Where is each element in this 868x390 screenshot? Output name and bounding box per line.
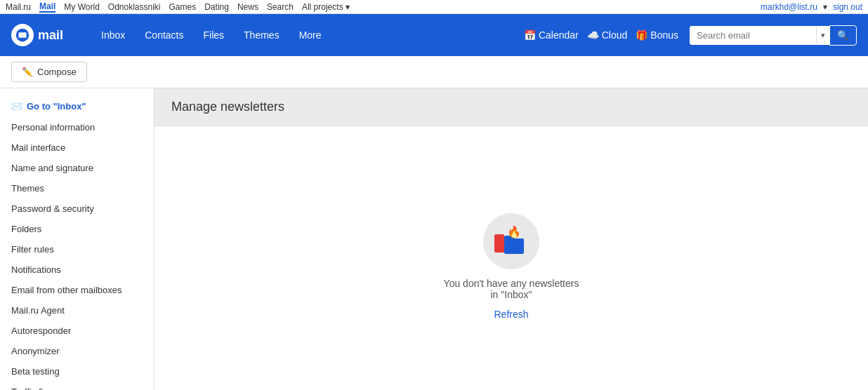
content: Manage newsletters 🔥	[154, 88, 868, 390]
sidebar-item-filterrules[interactable]: Filter rules	[0, 239, 154, 260]
topbar-user[interactable]: markhd@list.ru	[761, 2, 817, 12]
nav-calendar[interactable]: 📅 Calendar	[524, 29, 579, 41]
sidebar-item-betatesting[interactable]: Beta testing	[0, 361, 154, 382]
topbar-dating[interactable]: Dating	[204, 2, 229, 12]
logo-text: mail	[38, 28, 63, 43]
svg-rect-3	[504, 238, 524, 254]
topbar-odnoklassniki[interactable]: Odnoklassniki	[108, 2, 161, 12]
refresh-link[interactable]: Refresh	[494, 309, 528, 320]
search-input-wrapper: ▾	[690, 26, 829, 45]
sidebar-item-password[interactable]: Password & security	[0, 199, 154, 219]
compose-icon: ✏️	[22, 67, 33, 77]
inbox-icon: ✉️	[11, 101, 22, 112]
sidebar-item-autoresponder[interactable]: Autoresponder	[0, 321, 154, 341]
goto-inbox-label: Go to "Inbox"	[27, 101, 86, 112]
nav-inbox[interactable]: Inbox	[93, 25, 133, 45]
content-header: Manage newsletters	[154, 88, 868, 126]
nav-bonus[interactable]: 🎁 Bonus	[636, 29, 678, 41]
empty-state-icon: 🔥	[483, 213, 539, 269]
topbar-mail[interactable]: Mail	[39, 1, 55, 13]
sidebar-item-personal[interactable]: Personal information	[0, 117, 154, 137]
content-body: 🔥 You don't have any newsletters in "Inb…	[154, 126, 868, 390]
search-box: ▾ 🔍	[690, 25, 857, 46]
page-title: Manage newsletters	[171, 100, 851, 114]
calendar-label: Calendar	[539, 29, 579, 41]
sidebar-item-emailother[interactable]: Email from other mailboxes	[0, 280, 154, 300]
topbar-allprojects[interactable]: All projects ▾	[302, 2, 350, 12]
top-bar: Mail.ru Mail My World Odnoklassniki Game…	[0, 0, 868, 14]
compose-label: Compose	[37, 67, 77, 77]
sidebar-item-trafficfines[interactable]: Traffic fines	[0, 382, 154, 390]
topbar-games[interactable]: Games	[169, 2, 197, 12]
external-nav: 📅 Calendar ☁️ Cloud 🎁 Bonus	[524, 29, 678, 41]
logo-icon	[11, 24, 34, 46]
topbar-news[interactable]: News	[237, 2, 258, 12]
empty-text: You don't have any newsletters in "Inbox…	[444, 278, 579, 300]
main-wrapper: ✉️ Go to "Inbox" Personal information Ma…	[0, 88, 868, 390]
sidebar-item-mailinterface[interactable]: Mail interface	[0, 137, 154, 158]
sidebar-item-agent[interactable]: Mail.ru Agent	[0, 300, 154, 321]
cloud-icon: ☁️	[587, 29, 599, 41]
search-input[interactable]	[690, 26, 816, 45]
logo[interactable]: mail	[11, 24, 81, 46]
sidebar: ✉️ Go to "Inbox" Personal information Ma…	[0, 88, 154, 390]
topbar-signout[interactable]: sign out	[833, 2, 862, 12]
sidebar-item-folders[interactable]: Folders	[0, 219, 154, 239]
empty-state: 🔥 You don't have any newsletters in "Inb…	[416, 185, 607, 348]
cloud-label: Cloud	[602, 29, 628, 41]
bonus-label: Bonus	[650, 29, 678, 41]
empty-line2: in "Inbox"	[444, 289, 579, 300]
topbar-mailru[interactable]: Mail.ru	[6, 2, 31, 12]
sidebar-item-namesignature[interactable]: Name and signature	[0, 158, 154, 178]
empty-line1: You don't have any newsletters	[444, 278, 579, 289]
header: mail Inbox Contacts Files Themes More 📅 …	[0, 14, 868, 56]
topbar-search[interactable]: Search	[267, 2, 294, 12]
sidebar-item-notifications[interactable]: Notifications	[0, 260, 154, 280]
topbar-separator: ▾	[823, 2, 827, 12]
sidebar-goto-inbox[interactable]: ✉️ Go to "Inbox"	[0, 95, 154, 117]
search-dropdown[interactable]: ▾	[816, 27, 829, 44]
nav-contacts[interactable]: Contacts	[136, 25, 192, 45]
search-icon: 🔍	[837, 30, 849, 41]
svg-rect-2	[494, 234, 504, 238]
newsletters-illustration: 🔥	[492, 222, 531, 261]
nav-more[interactable]: More	[291, 25, 330, 45]
main-nav: Inbox Contacts Files Themes More	[93, 25, 501, 45]
nav-cloud[interactable]: ☁️ Cloud	[587, 29, 628, 41]
nav-themes[interactable]: Themes	[235, 25, 288, 45]
sidebar-item-themes[interactable]: Themes	[0, 178, 154, 199]
toolbar: ✏️ Compose	[0, 56, 868, 88]
search-button[interactable]: 🔍	[829, 25, 857, 46]
calendar-icon: 📅	[524, 29, 536, 41]
nav-files[interactable]: Files	[195, 25, 233, 45]
bonus-icon: 🎁	[636, 29, 647, 41]
topbar-myworld[interactable]: My World	[64, 2, 99, 12]
compose-button[interactable]: ✏️ Compose	[11, 62, 87, 82]
svg-text:🔥: 🔥	[507, 225, 521, 238]
sidebar-item-anonymizer[interactable]: Anonymizer	[0, 341, 154, 361]
